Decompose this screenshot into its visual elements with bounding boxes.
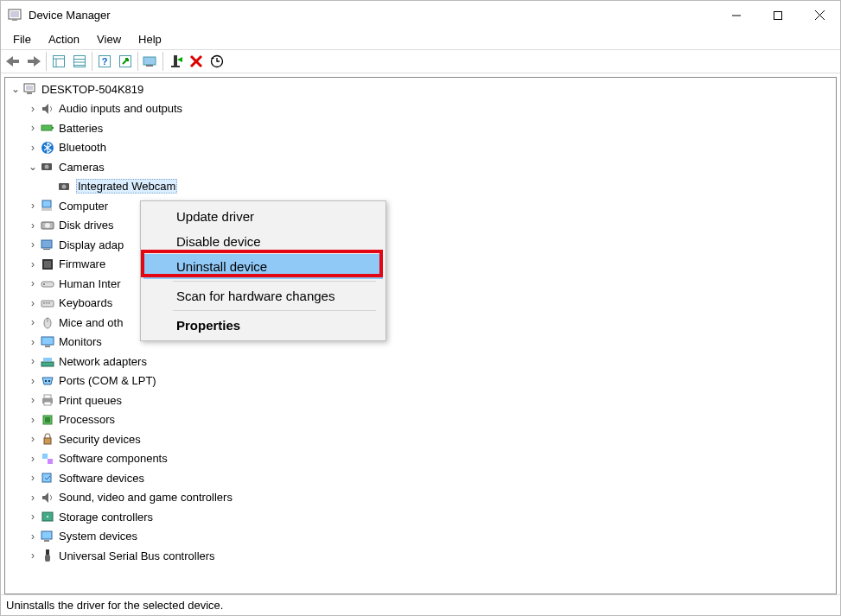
tree-category-processors[interactable]: › Processors (5, 410, 836, 430)
speaker-icon (40, 101, 55, 117)
svg-rect-63 (48, 459, 53, 464)
cpu-icon (40, 412, 55, 428)
tree-label: Sound, video and game controllers (59, 491, 233, 504)
uninstall-device-button[interactable] (186, 51, 207, 72)
close-button[interactable] (799, 1, 840, 29)
context-uninstall-device[interactable]: Uninstall device (143, 254, 383, 279)
expand-icon[interactable]: › (26, 294, 40, 314)
maximize-button[interactable] (757, 1, 799, 29)
context-scan-hardware[interactable]: Scan for hardware changes (143, 283, 383, 308)
collapse-icon[interactable]: ⌄ (26, 157, 40, 177)
tree-category-hid[interactable]: › Human Inter (5, 274, 836, 294)
svg-point-66 (47, 516, 48, 518)
expand-icon[interactable]: › (26, 274, 40, 294)
usb-icon (40, 548, 55, 563)
tree-category-computer[interactable]: › Computer (5, 196, 836, 216)
tree-category-cameras[interactable]: ⌄ Cameras (5, 157, 836, 177)
expand-icon[interactable]: › (26, 196, 40, 216)
tree-category-firmware[interactable]: › Firmware (5, 255, 836, 275)
expand-icon[interactable]: › (26, 507, 40, 527)
expand-icon[interactable]: › (26, 527, 40, 547)
enable-device-button[interactable] (165, 51, 186, 72)
svg-rect-7 (13, 60, 19, 63)
properties-button[interactable] (115, 51, 136, 72)
tree-label: Network adapters (59, 355, 147, 368)
tree-category-network[interactable]: › Network adapters (5, 352, 836, 372)
storage-icon (40, 509, 55, 524)
collapse-icon[interactable]: ⌄ (9, 79, 22, 99)
tree-category-audio[interactable]: › Audio inputs and outputs (5, 99, 836, 119)
expand-icon[interactable]: › (26, 410, 40, 430)
tree-category-batteries[interactable]: › Batteries (5, 118, 836, 138)
device-tree-panel[interactable]: ⌄ DESKTOP-504K819 › Audio inputs and out… (4, 77, 837, 594)
menu-view[interactable]: View (88, 31, 130, 48)
device-tree: ⌄ DESKTOP-504K819 › Audio inputs and out… (5, 79, 836, 566)
expand-icon[interactable]: › (26, 333, 40, 352)
expand-icon[interactable]: › (26, 255, 40, 275)
tree-device-integrated-webcam[interactable]: Integrated Webcam (5, 177, 836, 197)
svg-point-31 (45, 165, 49, 169)
expand-icon[interactable]: › (26, 468, 40, 488)
svg-rect-67 (41, 531, 52, 539)
tree-category-security[interactable]: › Security devices (5, 429, 836, 449)
help-button[interactable]: ? (94, 51, 115, 72)
context-disable-device[interactable]: Disable device (143, 229, 383, 254)
scan-hardware-button[interactable] (207, 51, 227, 72)
menu-bar: File Action View Help (1, 29, 840, 49)
tree-label: Universal Serial Bus controllers (59, 549, 215, 562)
tree-label: Ports (COM & LPT) (59, 374, 156, 387)
expand-icon[interactable]: › (26, 99, 40, 119)
tree-category-keyboards[interactable]: › Keyboards (5, 294, 836, 314)
expand-icon[interactable]: › (26, 488, 40, 508)
back-button[interactable] (3, 51, 23, 72)
tree-category-disk-drives[interactable]: › Disk drives (5, 216, 836, 236)
svg-point-33 (62, 184, 67, 188)
expand-icon[interactable]: › (26, 313, 40, 333)
update-driver-button[interactable] (140, 51, 161, 72)
tree-category-print-queues[interactable]: › Print queues (5, 391, 836, 410)
context-update-driver[interactable]: Update driver (143, 204, 383, 229)
mouse-icon (40, 314, 55, 330)
minimize-button[interactable] (716, 1, 757, 29)
svg-rect-35 (41, 208, 52, 211)
tree-category-storage[interactable]: › Storage controllers (5, 507, 836, 527)
tree-category-mice[interactable]: › Mice and oth (5, 313, 836, 333)
tree-category-usb[interactable]: › Universal Serial Bus controllers (5, 546, 836, 566)
tree-label-selected: Integrated Webcam (76, 179, 177, 194)
expand-icon[interactable]: › (26, 391, 40, 410)
tree-category-bluetooth[interactable]: › Bluetooth (5, 138, 836, 158)
expand-icon[interactable]: › (26, 372, 40, 391)
forward-button[interactable] (23, 51, 44, 72)
tree-category-monitors[interactable]: › Monitors (5, 333, 836, 352)
expand-icon[interactable]: › (26, 546, 40, 566)
context-properties[interactable]: Properties (143, 313, 383, 338)
show-hidden-devices-button[interactable] (48, 51, 69, 72)
menu-action[interactable]: Action (40, 31, 88, 48)
tree-category-ports[interactable]: › Ports (COM & LPT) (5, 372, 836, 391)
tree-label: Cameras (59, 161, 105, 174)
tree-label: Keyboards (59, 296, 112, 309)
tree-root[interactable]: ⌄ DESKTOP-504K819 (5, 79, 836, 99)
svg-rect-52 (41, 362, 54, 366)
gpu-icon (40, 237, 55, 252)
expand-icon[interactable]: › (26, 449, 40, 469)
tree-category-software-components[interactable]: › Software components (5, 449, 836, 469)
expand-icon[interactable]: › (26, 138, 40, 158)
tree-label: Software devices (59, 472, 144, 485)
tree-category-system[interactable]: › System devices (5, 527, 836, 547)
expand-icon[interactable]: › (26, 429, 40, 449)
expand-icon[interactable]: › (26, 352, 40, 372)
app-icon (8, 9, 22, 22)
camera-icon (57, 179, 73, 194)
expand-icon[interactable]: › (26, 118, 40, 138)
tree-category-software-devices[interactable]: › Software devices (5, 468, 836, 488)
tree-category-display-adapters[interactable]: › Display adap (5, 235, 836, 255)
tree-category-sound[interactable]: › Sound, video and game controllers (5, 488, 836, 508)
menu-help[interactable]: Help (130, 31, 170, 48)
menu-file[interactable]: File (4, 31, 40, 48)
expand-icon[interactable]: › (26, 216, 40, 236)
tree-label: Bluetooth (59, 141, 106, 154)
expand-icon[interactable]: › (26, 235, 40, 255)
details-view-button[interactable] (69, 51, 90, 72)
tree-label: Human Inter (59, 277, 121, 290)
